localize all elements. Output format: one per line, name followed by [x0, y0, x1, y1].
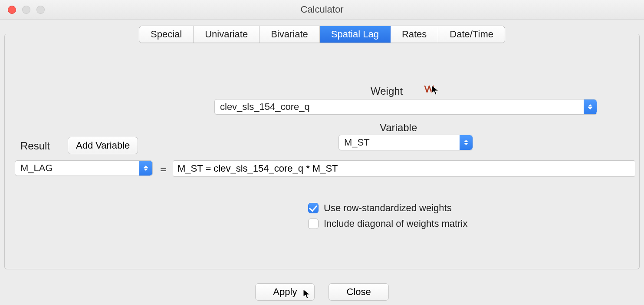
variable-label: Variable — [380, 122, 417, 134]
apply-button[interactable]: Apply — [255, 283, 315, 301]
row-standardized-label: Use row-standardized weights — [324, 202, 452, 214]
expression-input[interactable] — [173, 160, 635, 177]
include-diagonal-label: Include diagonal of weights matrix — [324, 218, 467, 229]
close-button[interactable]: Close — [329, 283, 388, 301]
window-title: Calculator — [0, 4, 644, 15]
weight-select-value: clev_sls_154_core_q — [220, 101, 310, 112]
variable-select[interactable]: M_ST — [338, 135, 473, 150]
row-standardized-checkbox-row[interactable]: Use row-standardized weights — [308, 202, 452, 214]
result-select-value: M_LAG — [20, 162, 53, 173]
add-variable-button[interactable]: Add Variable — [68, 137, 138, 154]
select-stepper-icon — [139, 161, 152, 176]
result-select[interactable]: M_LAG — [15, 160, 153, 176]
variable-select-value: M_ST — [344, 137, 370, 148]
select-stepper-icon — [584, 99, 597, 114]
bottom-buttons: Apply Close — [0, 283, 644, 301]
include-diagonal-checkbox[interactable] — [308, 219, 319, 229]
select-stepper-icon — [460, 135, 473, 150]
result-label: Result — [20, 140, 50, 152]
weight-select[interactable]: clev_sls_154_core_q — [214, 99, 597, 115]
row-standardized-checkbox[interactable] — [308, 203, 319, 213]
weight-label: Weight — [371, 85, 403, 97]
equals-sign: = — [160, 162, 167, 176]
titlebar: Calculator — [0, 0, 644, 20]
weight-icon — [424, 84, 437, 94]
include-diagonal-checkbox-row[interactable]: Include diagonal of weights matrix — [308, 218, 467, 229]
